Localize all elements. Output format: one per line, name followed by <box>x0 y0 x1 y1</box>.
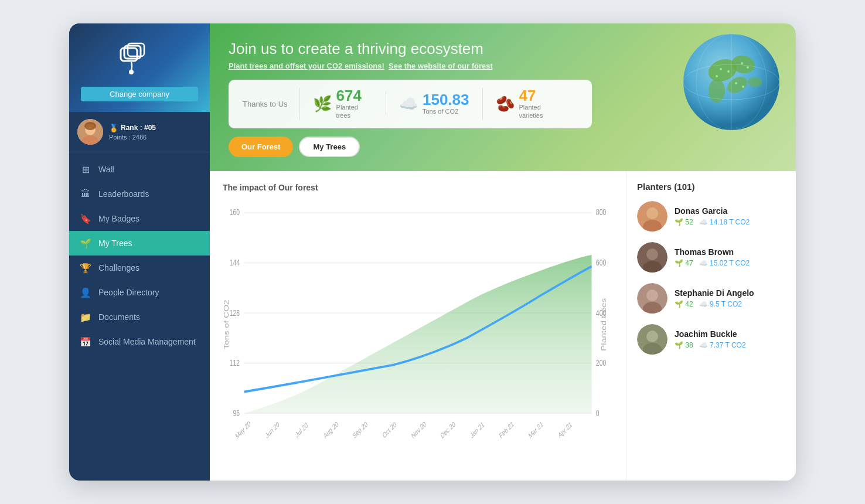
app-container: Change company 🏅 Rank : #05 Points : 248… <box>69 23 796 481</box>
planter-avatar <box>637 283 668 314</box>
challenges-nav-label: Challenges <box>98 263 139 273</box>
svg-point-24 <box>742 86 744 88</box>
my-trees-nav-label: My Trees <box>98 239 132 248</box>
sidebar-item-documents[interactable]: 📁Documents <box>69 305 210 329</box>
svg-text:600: 600 <box>596 257 606 268</box>
planter-stats: 🌱 52 ☁️ 14.18 T CO2 <box>675 218 785 226</box>
rank-icon: 🏅 <box>109 124 118 132</box>
app-logo-icon <box>116 40 163 81</box>
svg-text:144: 144 <box>230 257 240 268</box>
sidebar-item-social-media[interactable]: 📅Social Media Management <box>69 329 210 354</box>
svg-text:128: 128 <box>230 307 240 318</box>
svg-text:Sep 20: Sep 20 <box>352 419 368 440</box>
sidebar-item-leaderboards[interactable]: 🏛Leaderboards <box>69 182 210 206</box>
chart-wrapper: 160 144 128 112 96 800 600 400 200 0 <box>223 199 613 468</box>
leaderboards-nav-label: Leaderboards <box>98 189 149 199</box>
svg-text:Tons of CO2: Tons of CO2 <box>223 299 230 349</box>
svg-point-3 <box>129 70 134 74</box>
stat-trees-value: 674 <box>336 88 373 103</box>
planters-panel: Planters (101) Donas Garcia 🌱 52 ☁️ 14.1… <box>626 171 796 481</box>
my-trees-button[interactable]: My Trees <box>299 137 360 157</box>
user-avatar <box>77 119 103 145</box>
cloud-icon: ☁️ <box>399 95 418 113</box>
sidebar-logo: Change company <box>69 23 210 112</box>
svg-text:Jul 20: Jul 20 <box>294 420 309 438</box>
svg-point-19 <box>727 70 730 73</box>
svg-text:800: 800 <box>596 207 606 217</box>
wall-nav-icon: ⊞ <box>80 164 91 175</box>
user-points: Points : 2486 <box>109 134 202 141</box>
planter-name: Donas Garcia <box>675 206 785 216</box>
sidebar-item-challenges[interactable]: 🏆Challenges <box>69 256 210 280</box>
stat-varieties-value: 47 <box>519 88 566 103</box>
sidebar-item-my-trees[interactable]: 🌱My Trees <box>69 231 210 256</box>
stat-varieties-info: 47 Planted varieties <box>519 88 566 120</box>
sidebar: Change company 🏅 Rank : #05 Points : 248… <box>69 23 210 481</box>
planter-cloud-stat: ☁️ 15.02 T CO2 <box>699 259 750 267</box>
user-rank: Rank : #05 <box>121 124 156 132</box>
planter-info: Joachim Buckle 🌱 38 ☁️ 7.37 T CO2 <box>675 329 785 349</box>
stat-co2: ☁️ 150.83 Tons of CO2 <box>386 92 482 115</box>
svg-text:Mar 21: Mar 21 <box>527 420 544 440</box>
svg-text:200: 200 <box>596 357 606 368</box>
stat-co2-value: 150.83 <box>423 92 469 107</box>
sidebar-item-people-directory[interactable]: 👤People Directory <box>69 280 210 305</box>
svg-point-8 <box>84 122 96 130</box>
social-media-nav-label: Social Media Management <box>98 337 196 346</box>
planter-tree-stat: 🌱 42 <box>675 300 693 308</box>
planter-info: Stephanie Di Angelo 🌱 42 ☁️ 9.5 T CO2 <box>675 288 785 308</box>
svg-point-22 <box>747 66 749 69</box>
planter-tree-stat: 🌱 47 <box>675 259 693 267</box>
bottom-area: The impact of Our forest 160 144 128 112… <box>210 171 796 481</box>
tab-buttons: Our Forest My Trees <box>229 137 777 157</box>
planter-name: Stephanie Di Angelo <box>675 288 785 298</box>
tree-icon: 🌿 <box>313 95 332 113</box>
sidebar-nav: ⊞Wall🏛Leaderboards🔖My Badges🌱My Trees🏆Ch… <box>69 152 210 481</box>
hero-subtitle-link[interactable]: See the website of our forest <box>389 62 493 70</box>
planter-info: Donas Garcia 🌱 52 ☁️ 14.18 T CO2 <box>675 206 785 226</box>
stat-trees-label: Planted trees <box>336 103 373 120</box>
svg-text:Dec 20: Dec 20 <box>440 420 456 440</box>
svg-text:Nov 20: Nov 20 <box>410 420 427 440</box>
svg-point-14 <box>748 77 762 87</box>
stats-label: Thanks to Us <box>243 100 288 108</box>
svg-text:Jun 20: Jun 20 <box>264 420 280 440</box>
svg-point-18 <box>720 68 722 70</box>
my-trees-nav-icon: 🌱 <box>80 237 91 249</box>
stat-varieties: 🫘 47 Planted varieties <box>482 88 578 120</box>
planter-item: Stephanie Di Angelo 🌱 42 ☁️ 9.5 T CO2 <box>637 283 785 314</box>
planter-avatar <box>637 242 668 273</box>
globe-decoration <box>679 29 784 135</box>
svg-text:Planted trees: Planted trees <box>600 298 607 351</box>
svg-point-58 <box>646 248 658 260</box>
user-info: 🏅 Rank : #05 Points : 2486 <box>109 124 202 141</box>
planter-cloud-stat: ☁️ 9.5 T CO2 <box>699 300 742 308</box>
main-content: Join us to create a thriving ecosystem P… <box>210 23 796 481</box>
planter-item: Donas Garcia 🌱 52 ☁️ 14.18 T CO2 <box>637 201 785 231</box>
my-badges-nav-icon: 🔖 <box>80 213 91 224</box>
svg-text:112: 112 <box>230 357 240 368</box>
our-forest-button[interactable]: Our Forest <box>229 137 293 157</box>
planter-item: Thomas Brown 🌱 47 ☁️ 15.02 T CO2 <box>637 242 785 273</box>
chart-svg: 160 144 128 112 96 800 600 400 200 0 <box>223 199 613 468</box>
documents-nav-label: Documents <box>98 312 140 322</box>
user-avatar-svg <box>77 119 103 145</box>
svg-point-23 <box>735 82 737 84</box>
planter-stats: 🌱 42 ☁️ 9.5 T CO2 <box>675 300 785 308</box>
stat-varieties-label: Planted varieties <box>519 103 566 120</box>
planter-name: Thomas Brown <box>675 247 785 257</box>
svg-point-61 <box>646 290 658 301</box>
people-directory-nav-icon: 👤 <box>80 287 91 298</box>
planter-stats: 🌱 47 ☁️ 15.02 T CO2 <box>675 259 785 267</box>
planter-name: Joachim Buckle <box>675 329 785 339</box>
hero-subtitle-text: Plant trees and offset your CO2 emission… <box>229 62 384 70</box>
svg-point-55 <box>646 207 658 219</box>
planter-info: Thomas Brown 🌱 47 ☁️ 15.02 T CO2 <box>675 247 785 267</box>
change-company-button[interactable]: Change company <box>81 87 198 101</box>
sidebar-item-wall[interactable]: ⊞Wall <box>69 157 210 182</box>
stat-co2-info: 150.83 Tons of CO2 <box>423 92 469 115</box>
svg-text:Apr 21: Apr 21 <box>557 420 573 439</box>
seed-icon: 🫘 <box>496 95 515 113</box>
planter-stats: 🌱 38 ☁️ 7.37 T CO2 <box>675 341 785 349</box>
sidebar-item-my-badges[interactable]: 🔖My Badges <box>69 206 210 231</box>
